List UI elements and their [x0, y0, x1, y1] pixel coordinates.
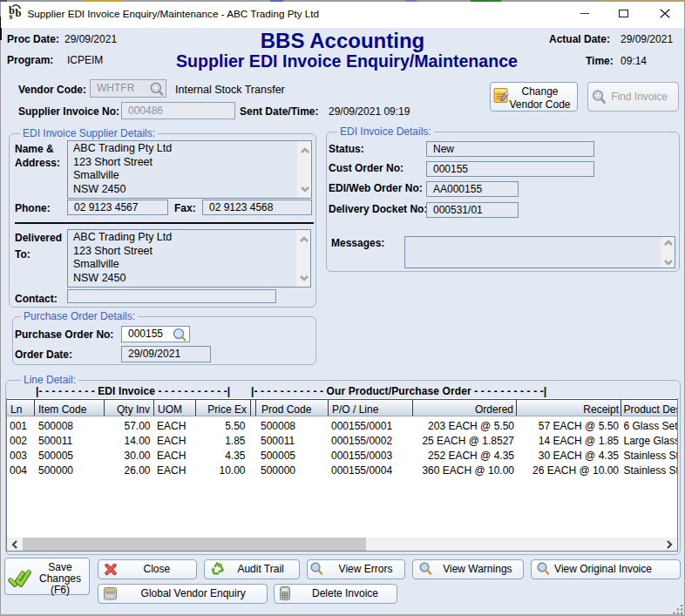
svg-text:s: s — [10, 11, 13, 21]
